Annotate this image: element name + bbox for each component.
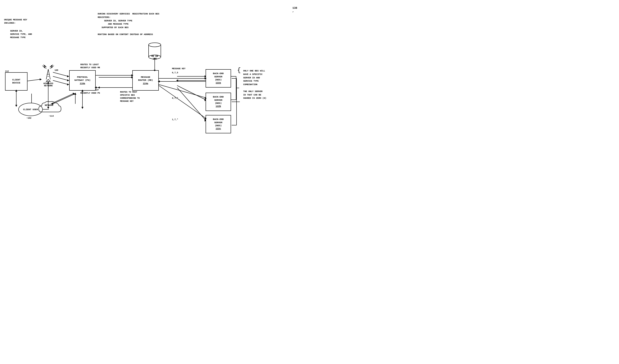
routes-specific-bes: ROUTES TO MOSTSPECIFIC BESCORRESPONDING … bbox=[120, 91, 140, 103]
routes-lr-mr: ROUTES TO LEASTRECENTLY USED MR bbox=[80, 63, 100, 69]
msg-key-075: 0,7,5 bbox=[172, 71, 178, 74]
svg-marker-8 bbox=[67, 84, 69, 85]
discovery-annotation: DURING DISCOVERY SERVICES REGISTRATION E… bbox=[98, 12, 159, 36]
svg-marker-26 bbox=[176, 79, 178, 82]
svg-marker-51 bbox=[81, 107, 84, 109]
svg-line-64 bbox=[159, 84, 206, 98]
svg-marker-6 bbox=[67, 79, 69, 82]
svg-line-27 bbox=[177, 85, 206, 100]
diagram: 138 ↙ UNIQUE MESSAGE KEYINCLUDES: SERVER… bbox=[0, 0, 310, 182]
only-one-bes-annotation: ONLY ONE BES WILL HAVE A SPECIFIC SERVER… bbox=[243, 69, 266, 100]
message-key-label: MESSAGE KEY bbox=[172, 67, 185, 70]
wireless-network-icon: WIRELESSNETWORK bbox=[41, 63, 56, 87]
svg-marker-44 bbox=[15, 105, 17, 107]
msg-key-07star: 0,7,* bbox=[172, 97, 178, 100]
svg-line-66 bbox=[159, 85, 206, 118]
svg-marker-10 bbox=[74, 93, 76, 95]
network-id: ~114 bbox=[49, 115, 54, 117]
svg-point-41 bbox=[149, 43, 161, 47]
svg-marker-35 bbox=[46, 79, 50, 82]
msg-key-17star: 1,7,* bbox=[172, 118, 178, 121]
protocol-gateway-box: PROTOCOLGATEWAY (PG)116a bbox=[69, 70, 96, 91]
unique-message-key-annotation: UNIQUE MESSAGE KEYINCLUDES: bbox=[4, 18, 27, 25]
bes-a-box: BACK-ENDSERVER(BES) 122a bbox=[206, 69, 231, 87]
client-device-box: CLIENTDEVICE bbox=[5, 72, 28, 91]
wireless-network-id: 108 bbox=[55, 69, 58, 71]
svg-line-29 bbox=[177, 87, 206, 120]
bes-c-box: BACK-ENDSERVER(BES) 122c bbox=[206, 115, 231, 133]
unique-message-key-items: SERVER ID,SERVICE TYPE, ANDMESSAGE TYPE bbox=[10, 29, 32, 39]
network-cloud: NETWORK bbox=[38, 100, 62, 117]
svg-marker-4 bbox=[67, 75, 69, 77]
svg-marker-13 bbox=[73, 93, 75, 95]
figure-number: 138 ↙ bbox=[293, 6, 297, 13]
client-user-id: ~102 bbox=[27, 117, 31, 119]
client-device-id: 112 bbox=[5, 70, 9, 72]
brace-icon: { bbox=[237, 67, 241, 73]
svg-marker-19 bbox=[98, 86, 100, 89]
bes-b-box: BACK-ENDSERVER(BES) 122b bbox=[206, 93, 231, 111]
message-router-box: MESSAGEROUTER (MR)124a bbox=[132, 70, 159, 91]
mr-db-shape: MR DB128 bbox=[147, 41, 163, 60]
